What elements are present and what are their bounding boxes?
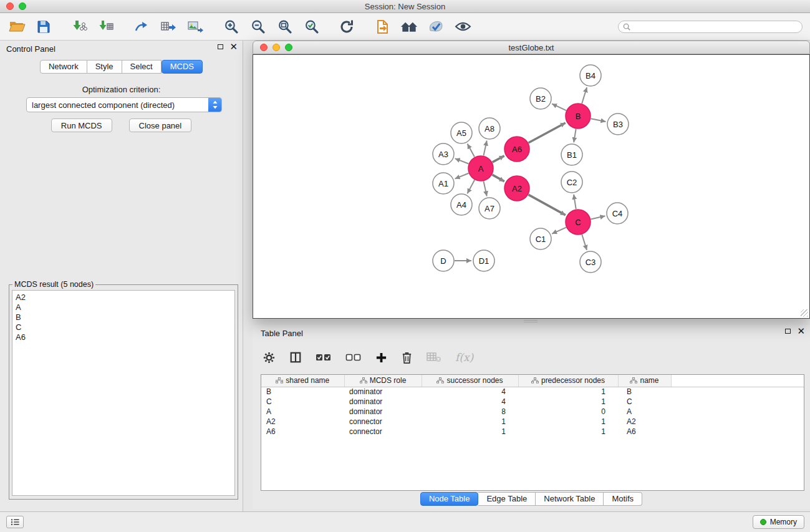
network-edge-C-C4[interactable] xyxy=(591,216,605,219)
close-panel-icon[interactable]: ✕ xyxy=(229,44,238,50)
mcds-result-list[interactable]: A2ABCA6 xyxy=(12,290,235,496)
network-canvas[interactable]: B4B2BB3A5A8A6B1A3AC2A1A2A4A7C4CC1C3DD1 xyxy=(253,54,810,319)
column-header-shared-name[interactable]: shared name xyxy=(261,375,344,387)
table-cell[interactable]: 0 xyxy=(518,407,618,417)
network-node-B3[interactable]: B3 xyxy=(607,114,629,135)
network-edge-B-B4[interactable] xyxy=(582,87,587,104)
network-edge-A-A8[interactable] xyxy=(483,141,486,156)
delete-row-button[interactable] xyxy=(401,351,413,364)
network-node-B1[interactable]: B1 xyxy=(561,144,582,165)
tab-motifs[interactable]: Motifs xyxy=(604,492,642,506)
mcds-result-item[interactable]: B xyxy=(12,312,234,322)
refresh-button[interactable] xyxy=(337,17,356,36)
network-node-C1[interactable]: C1 xyxy=(530,228,551,249)
column-header-predecessor-nodes[interactable]: predecessor nodes xyxy=(518,375,618,387)
column-header-mcds-role[interactable]: MCDS role xyxy=(344,375,422,387)
show-hide-details-button[interactable] xyxy=(453,17,472,36)
table-cell[interactable]: A2 xyxy=(261,417,344,427)
network-edge-C-C1[interactable] xyxy=(552,228,566,234)
table-cell[interactable]: C xyxy=(618,397,671,407)
table-cell[interactable]: B xyxy=(618,387,671,397)
table-cell[interactable]: A6 xyxy=(261,427,344,437)
show-columns-button[interactable] xyxy=(289,351,302,364)
network-node-A5[interactable]: A5 xyxy=(451,122,472,143)
network-node-D1[interactable]: D1 xyxy=(473,250,494,271)
tab-network[interactable]: Network xyxy=(40,60,87,74)
table-cell[interactable]: A xyxy=(261,407,344,417)
apply-style-button[interactable] xyxy=(427,17,445,36)
close-table-panel-icon[interactable]: ✕ xyxy=(797,328,805,334)
column-header-successor-nodes[interactable]: successor nodes xyxy=(422,375,518,387)
network-edge-A2-C[interactable] xyxy=(528,195,565,215)
delete-table-button[interactable] xyxy=(427,352,441,363)
network-node-A4[interactable]: A4 xyxy=(451,194,472,215)
network-node-A[interactable]: A xyxy=(468,156,493,181)
memory-button[interactable]: Memory xyxy=(753,515,804,529)
open-recent-file-button[interactable] xyxy=(373,17,392,36)
network-node-B4[interactable]: B4 xyxy=(580,65,601,86)
table-cell[interactable]: 1 xyxy=(518,387,618,397)
import-table-button[interactable] xyxy=(97,17,115,36)
splitter-grip[interactable] xyxy=(524,320,538,324)
unselect-all-columns-button[interactable] xyxy=(345,352,362,362)
network-edge-A-A4[interactable] xyxy=(467,180,475,194)
table-row[interactable]: Adominator80A xyxy=(261,407,804,417)
table-row[interactable]: Cdominator41C xyxy=(261,397,804,407)
tab-select[interactable]: Select xyxy=(122,60,162,74)
table-cell[interactable]: A6 xyxy=(618,427,671,437)
table-cell[interactable]: 1 xyxy=(422,427,518,437)
network-edge-A-A3[interactable] xyxy=(455,158,469,163)
network-edge-A-A6[interactable] xyxy=(493,156,504,162)
table-cell[interactable]: 1 xyxy=(518,427,618,437)
table-cell[interactable]: 8 xyxy=(422,407,518,417)
table-cell[interactable]: C xyxy=(261,397,344,407)
network-edge-A-A1[interactable] xyxy=(455,173,469,179)
add-row-button[interactable] xyxy=(375,352,387,364)
network-node-B[interactable]: B xyxy=(566,104,591,128)
search-box[interactable] xyxy=(618,21,803,33)
network-node-B2[interactable]: B2 xyxy=(530,88,551,109)
table-cell[interactable]: A xyxy=(618,407,671,417)
open-session-button[interactable] xyxy=(7,17,26,36)
network-edge-A-A5[interactable] xyxy=(468,144,475,157)
network-node-A2[interactable]: A2 xyxy=(504,176,529,201)
zoom-selected-button[interactable] xyxy=(302,17,321,36)
tab-network-table[interactable]: Network Table xyxy=(536,492,604,506)
table-cell[interactable]: 4 xyxy=(422,387,518,397)
select-all-columns-button[interactable] xyxy=(316,352,332,362)
table-cell[interactable]: B xyxy=(261,387,344,397)
table-cell[interactable]: 1 xyxy=(518,397,618,407)
network-edge-A-A2[interactable] xyxy=(492,175,504,181)
zoom-out-button[interactable] xyxy=(248,17,267,36)
network-node-A1[interactable]: A1 xyxy=(433,173,454,194)
table-cell[interactable]: dominator xyxy=(344,397,422,407)
table-cell[interactable]: dominator xyxy=(344,407,422,417)
tab-mcds[interactable]: MCDS xyxy=(162,60,203,74)
float-table-panel-icon[interactable] xyxy=(785,329,791,334)
tab-node-table[interactable]: Node Table xyxy=(420,492,479,506)
mcds-result-item[interactable]: A xyxy=(12,302,234,312)
network-edge-C-C3[interactable] xyxy=(582,235,587,250)
network-node-C[interactable]: C xyxy=(566,210,591,235)
table-cell[interactable]: connector xyxy=(344,417,422,427)
table-cell[interactable]: connector xyxy=(344,427,422,437)
table-row[interactable]: A6connector11A6 xyxy=(261,427,804,437)
network-edge-A6-B[interactable] xyxy=(528,123,565,143)
table-cell[interactable]: A2 xyxy=(618,417,671,427)
tab-edge-table[interactable]: Edge Table xyxy=(478,492,536,506)
network-node-C4[interactable]: C4 xyxy=(607,203,628,224)
mcds-result-item[interactable]: A6 xyxy=(12,332,234,342)
panel-list-button[interactable] xyxy=(6,516,24,528)
table-settings-button[interactable] xyxy=(263,351,276,364)
network-node-C3[interactable]: C3 xyxy=(580,251,601,273)
network-node-A7[interactable]: A7 xyxy=(479,198,500,219)
show-all-nodes-button[interactable] xyxy=(400,17,418,36)
column-header-name[interactable]: name xyxy=(618,375,671,387)
mcds-result-item[interactable]: A2 xyxy=(12,293,234,302)
network-edge-C-C2[interactable] xyxy=(574,195,576,209)
zoom-fit-button[interactable] xyxy=(275,17,294,36)
table-row[interactable]: Bdominator41B xyxy=(261,387,804,397)
network-node-D[interactable]: D xyxy=(433,250,454,271)
network-node-A3[interactable]: A3 xyxy=(433,143,454,165)
search-input[interactable] xyxy=(634,22,798,31)
